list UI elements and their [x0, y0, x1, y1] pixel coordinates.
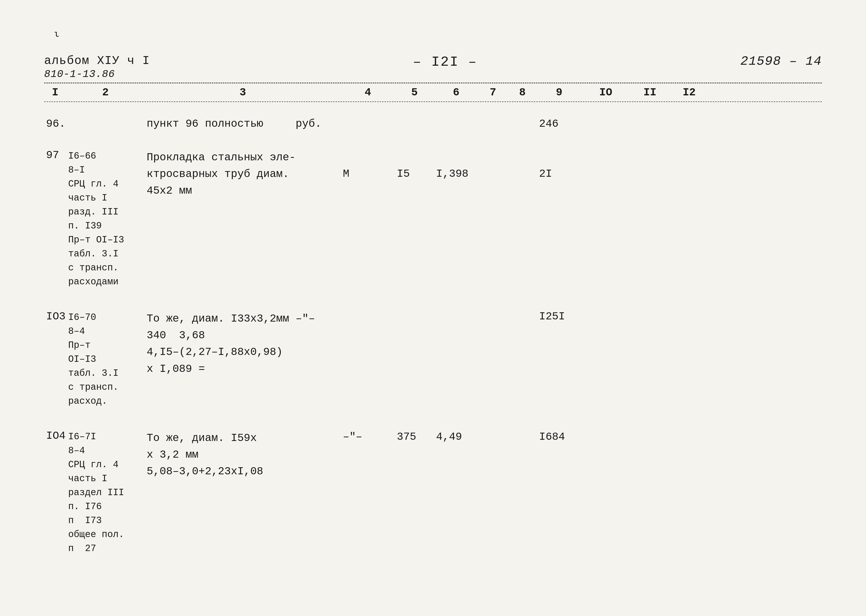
col-header-8: 8	[508, 85, 537, 99]
row-97-unit: М	[341, 148, 395, 181]
row-96-col8	[508, 117, 537, 119]
row-103-qty	[395, 310, 434, 311]
row-103-unit	[341, 310, 395, 311]
row-97-col8	[508, 148, 537, 150]
table-row: 97 I6–668–IСРЦ гл. 4часть Iразд. IIIп. I…	[44, 148, 822, 290]
row-103-col12	[669, 310, 709, 311]
row-104-num: IO4	[44, 429, 66, 443]
row-104-col11	[630, 429, 669, 431]
row-96-col12	[669, 117, 709, 119]
header-center: – I2I –	[413, 54, 477, 70]
row-96-unit	[341, 117, 395, 119]
row-104-col7	[478, 429, 508, 431]
row-96-price	[434, 117, 478, 119]
col-header-2: 2	[66, 85, 145, 99]
row-96-col7	[478, 117, 508, 119]
row-97-col11	[630, 148, 669, 150]
row-104-col8	[508, 429, 537, 431]
row-97-desc: Прокладка стальных эле-ктросварных труб …	[145, 148, 341, 200]
row-104-desc: То же, диам. I59xx 3,2 мм5,08–3,0+2,23xI…	[145, 429, 341, 481]
row-97-amount: 2I	[537, 148, 581, 181]
row-97-qty: I5	[395, 148, 434, 181]
row-104-ref: I6–7I8–4СРЦ гл. 4часть Iраздел IIIп. I76…	[66, 429, 145, 556]
row-103-col11	[630, 310, 669, 311]
row-103-desc: То же, диам. I33x3,2мм –"– 340 3,684,I5–…	[145, 310, 341, 378]
row-103-amount: I25I	[537, 310, 581, 324]
row-96-amount: 246	[537, 117, 581, 131]
col-header-7: 7	[478, 85, 508, 99]
row-96-ref	[66, 117, 145, 119]
row-103-col8	[508, 310, 537, 311]
col-header-11: II	[630, 85, 669, 99]
row-96-desc: пункт 96 полностью руб.	[145, 117, 341, 131]
header-subtitle: 810-1-13.86	[44, 68, 150, 80]
col-header-3: 3	[145, 85, 341, 99]
row-103-col10	[581, 310, 630, 311]
col-header-10: IO	[581, 85, 630, 99]
row-96-col10	[581, 117, 630, 119]
row-97-col12	[669, 148, 709, 150]
header-section: альбом XIУ ч I 810-1-13.86 – I2I – 21598…	[44, 54, 822, 80]
row-104-col12	[669, 429, 709, 431]
row-104-col10	[581, 429, 630, 431]
top-mark: ι	[44, 30, 822, 39]
table-row: IO3 I6–708–4Пр–тOI–I3табл. 3.Iс трансп.р…	[44, 310, 822, 409]
col-header-6: 6	[434, 85, 478, 99]
table-row: 96. пункт 96 полностью руб. 246	[44, 117, 822, 131]
row-103-num: IO3	[44, 310, 66, 324]
row-97-price: I,398	[434, 148, 478, 181]
row-96-col11	[630, 117, 669, 119]
header-right: 21598 – 14	[740, 54, 822, 69]
column-headers: I 2 3 4 5 6 7 8 9 IO II I2	[44, 85, 822, 102]
col-header-1: I	[44, 85, 66, 99]
row-104-unit: –"–	[341, 429, 395, 444]
header-left: альбом XIУ ч I 810-1-13.86	[44, 54, 150, 80]
row-103-price	[434, 310, 478, 311]
row-97-num: 97	[44, 148, 66, 162]
page-container: ι альбом XIУ ч I 810-1-13.86 – I2I – 215…	[44, 30, 822, 556]
table-row: IO4 I6–7I8–4СРЦ гл. 4часть Iраздел IIIп.…	[44, 429, 822, 556]
col-header-4: 4	[341, 85, 395, 99]
row-97-ref: I6–668–IСРЦ гл. 4часть Iразд. IIIп. I39П…	[66, 148, 145, 290]
header-divider	[44, 83, 822, 83]
row-97-col10	[581, 148, 630, 150]
row-103-col7	[478, 310, 508, 311]
row-104-qty: 375	[395, 429, 434, 444]
row-104-price: 4,49	[434, 429, 478, 444]
col-header-5: 5	[395, 85, 434, 99]
row-96-num: 96.	[44, 117, 66, 131]
col-header-9: 9	[537, 85, 581, 99]
row-97-col7	[478, 148, 508, 150]
header-title: альбом XIУ ч I	[44, 54, 150, 68]
row-103-ref: I6–708–4Пр–тOI–I3табл. 3.Iс трансп.расхо…	[66, 310, 145, 409]
col-header-12: I2	[669, 85, 709, 99]
row-104-amount: I684	[537, 429, 581, 444]
row-96-qty	[395, 117, 434, 119]
